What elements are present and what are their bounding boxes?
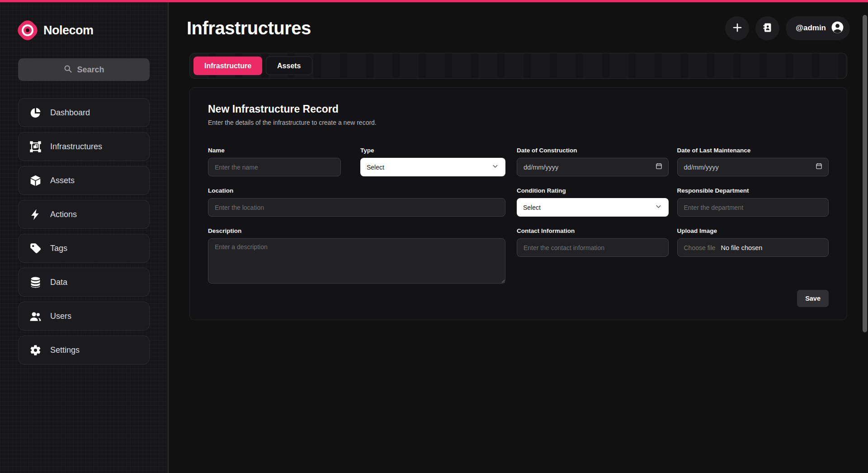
field-description: Description — [208, 227, 505, 284]
pie-chart-icon — [29, 107, 42, 119]
sidebar-item-settings[interactable]: Settings — [18, 336, 150, 364]
field-date-of-last-maintenance: Date of Last Maintenance dd/mm/yyyy — [677, 147, 829, 176]
field-responsible-department: Responsible Department — [677, 187, 829, 217]
tabbar: Infrastructure Assets — [189, 53, 847, 79]
field-name: Name — [208, 147, 341, 176]
sidebar-nav: Dashboard Infrastructures — [18, 98, 150, 364]
address-book-icon — [762, 22, 773, 34]
brand: Nolecom — [18, 19, 150, 42]
object-group-icon — [29, 141, 42, 153]
sidebar-item-dashboard[interactable]: Dashboard — [18, 98, 150, 127]
sidebar-item-label: Users — [50, 312, 71, 321]
form: Name Type Select Location — [208, 147, 829, 284]
user-circle-icon — [830, 20, 844, 36]
contact-information-label: Contact Information — [517, 227, 669, 234]
chevron-down-icon — [491, 162, 499, 172]
main-header: Infrastructures — [187, 14, 850, 42]
add-button[interactable] — [725, 16, 749, 40]
type-label: Type — [360, 147, 505, 154]
sidebar-item-label: Dashboard — [50, 108, 90, 118]
app-root: Nolecom Search Dashboard — [0, 0, 868, 473]
sidebar-item-label: Infrastructures — [50, 142, 102, 151]
type-select-value: Select — [367, 164, 384, 171]
form-left-columns: Name Type Select Location — [208, 147, 505, 284]
account-menu[interactable]: @admin — [786, 16, 850, 40]
tab-assets[interactable]: Assets — [266, 57, 312, 75]
date-of-construction-label: Date of Construction — [517, 147, 669, 154]
new-infrastructure-card: New Infrastructure Record Enter the deta… — [189, 87, 847, 320]
nolecom-logo-icon — [18, 21, 37, 40]
date-of-last-maintenance-label: Date of Last Maintenance — [677, 147, 829, 154]
sidebar-item-users[interactable]: Users — [18, 302, 150, 331]
search-label: Search — [77, 65, 104, 75]
contact-information-input[interactable] — [517, 238, 669, 257]
sidebar-item-data[interactable]: Data — [18, 268, 150, 297]
header-actions: @admin — [725, 16, 850, 40]
responsible-department-input[interactable] — [677, 198, 829, 217]
field-condition-rating: Condition Rating Select — [517, 187, 669, 217]
name-label: Name — [208, 147, 341, 154]
form-right-columns: Date of Construction dd/mm/yyyy Date of … — [517, 147, 829, 257]
bolt-icon — [29, 208, 42, 221]
contacts-button[interactable] — [755, 16, 779, 40]
field-type: Type Select — [360, 147, 505, 176]
description-textarea[interactable] — [208, 238, 505, 284]
sidebar: Nolecom Search Dashboard — [0, 2, 169, 473]
tag-icon — [29, 242, 42, 255]
tab-infrastructure[interactable]: Infrastructure — [193, 57, 262, 75]
choose-file-button[interactable]: Choose file — [684, 244, 716, 251]
responsible-department-label: Responsible Department — [677, 187, 829, 194]
search-input[interactable]: Search — [18, 58, 150, 81]
account-label: @admin — [796, 24, 826, 33]
sidebar-item-label: Settings — [50, 345, 80, 355]
date-of-construction-input[interactable]: dd/mm/yyyy — [517, 158, 669, 176]
gear-icon — [29, 344, 42, 356]
field-contact-information: Contact Information — [517, 227, 669, 257]
condition-rating-value: Select — [523, 204, 541, 211]
page-title: Infrastructures — [187, 18, 311, 38]
location-label: Location — [208, 187, 505, 194]
save-row: Save — [208, 290, 829, 307]
sidebar-item-actions[interactable]: Actions — [18, 200, 150, 229]
sidebar-item-label: Assets — [50, 176, 75, 185]
location-input[interactable] — [208, 198, 505, 217]
sidebar-item-label: Data — [50, 278, 67, 287]
calendar-icon — [815, 162, 823, 172]
field-date-of-construction: Date of Construction dd/mm/yyyy — [517, 147, 669, 176]
database-icon — [29, 276, 42, 289]
sidebar-item-label: Tags — [50, 244, 67, 253]
vertical-scrollbar[interactable] — [863, 15, 867, 332]
sidebar-item-tags[interactable]: Tags — [18, 234, 150, 263]
field-location: Location — [208, 187, 505, 217]
file-chosen-status: No file chosen — [721, 244, 763, 251]
condition-rating-select[interactable]: Select — [517, 198, 669, 217]
date-of-last-maintenance-input[interactable]: dd/mm/yyyy — [677, 158, 829, 176]
search-icon — [63, 64, 72, 75]
description-label: Description — [208, 227, 505, 234]
upload-image-file-input[interactable]: Choose file No file chosen — [677, 238, 829, 257]
main-content: Infrastructures — [169, 2, 868, 473]
plus-icon — [732, 22, 743, 34]
card-subtitle: Enter the details of the infrastructure … — [208, 119, 829, 126]
brand-name: Nolecom — [43, 24, 94, 38]
top-accent-bar — [0, 0, 868, 2]
save-button[interactable]: Save — [797, 290, 829, 307]
card-title: New Infrastructure Record — [208, 103, 829, 115]
users-icon — [29, 310, 42, 322]
sidebar-item-infrastructures[interactable]: Infrastructures — [18, 132, 150, 161]
type-select[interactable]: Select — [360, 158, 505, 176]
chevron-down-icon — [655, 203, 662, 212]
field-upload-image: Upload Image Choose file No file chosen — [677, 227, 829, 257]
condition-rating-label: Condition Rating — [517, 187, 669, 194]
upload-image-label: Upload Image — [677, 227, 829, 234]
sidebar-item-label: Actions — [50, 210, 77, 219]
sidebar-item-assets[interactable]: Assets — [18, 166, 150, 195]
calendar-icon — [655, 162, 663, 172]
name-input[interactable] — [208, 158, 341, 176]
cube-icon — [29, 175, 42, 187]
